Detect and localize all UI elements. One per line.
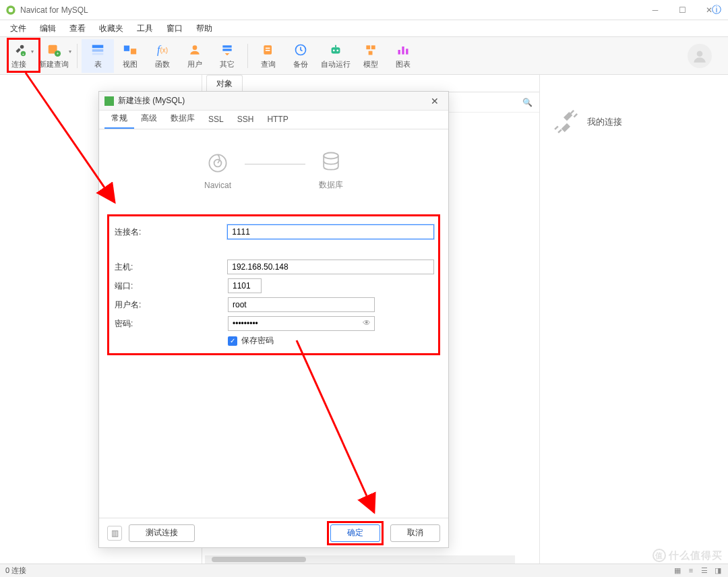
diagram-navicat-label: Navicat [204, 181, 231, 190]
view-list-icon[interactable]: ≡ [686, 566, 696, 575]
minimize-button[interactable]: ─ [642, 1, 669, 20]
status-connection-count: 0 连接 [5, 566, 26, 576]
input-connection-name[interactable] [227, 224, 434, 239]
user-label: 用户 [187, 59, 202, 69]
input-port[interactable] [228, 278, 262, 293]
dialog-title: 新建连接 (MySQL) [118, 95, 427, 107]
scrollbar-thumb[interactable] [212, 557, 306, 562]
watermark: 值 什么值得买 [653, 549, 723, 562]
row-connection-name: 连接名: [113, 224, 434, 239]
other-button[interactable]: 其它 [211, 39, 243, 73]
view-grid-icon[interactable]: ▦ [673, 566, 682, 575]
chart-button[interactable]: 图表 [387, 39, 419, 73]
svg-rect-9 [92, 49, 104, 52]
view-label: 视图 [123, 59, 138, 69]
tab-ssl[interactable]: SSL [202, 111, 231, 129]
eye-icon[interactable]: 👁 [363, 318, 371, 328]
right-panel: ⓘ 我的连接 [539, 75, 728, 564]
input-host[interactable] [227, 260, 434, 274]
view-panel-icon[interactable]: ◨ [713, 566, 723, 575]
menu-file[interactable]: 文件 [3, 21, 33, 36]
menu-edit[interactable]: 编辑 [33, 21, 63, 36]
svg-point-37 [324, 153, 338, 159]
user-avatar[interactable] [688, 44, 712, 68]
svg-point-2 [20, 45, 24, 49]
checkbox-save-password[interactable]: ✓ [228, 336, 237, 346]
ok-button[interactable]: 确定 [330, 524, 380, 542]
tab-advanced[interactable]: 高级 [134, 109, 164, 129]
status-view-buttons: ▦ ≡ ☰ ◨ [673, 566, 723, 575]
function-label: 函数 [155, 59, 170, 69]
svg-point-22 [336, 50, 338, 52]
model-label: 模型 [363, 59, 378, 69]
user-button[interactable]: 用户 [179, 39, 211, 73]
svg-point-1 [9, 7, 13, 12]
svg-rect-10 [92, 53, 104, 55]
svg-rect-17 [266, 48, 270, 49]
svg-rect-31 [570, 110, 574, 114]
chevron-down-icon: ▾ [31, 49, 34, 55]
test-connection-button[interactable]: 测试连接 [129, 524, 195, 542]
view-button[interactable]: 视图 [114, 39, 146, 73]
view-detail-icon[interactable]: ☰ [700, 566, 709, 575]
form-area: 连接名: 主机: 端口: 用户名: 密码: [106, 208, 442, 362]
dialog-body: Navicat 数据库 连接名: 主机: 端口: [99, 129, 448, 518]
input-password[interactable] [228, 316, 375, 331]
svg-point-21 [333, 50, 335, 52]
tab-general[interactable]: 常规 [104, 109, 134, 129]
function-button[interactable]: f(x) 函数 [146, 39, 179, 73]
tab-ssh[interactable]: SSH [231, 111, 261, 129]
svg-rect-11 [124, 46, 129, 51]
backup-icon [293, 42, 309, 58]
svg-text:+: + [57, 51, 59, 56]
database-icon [319, 150, 343, 174]
my-connections-label: 我的连接 [587, 116, 622, 128]
user-icon [187, 42, 203, 58]
dialog-close-button[interactable]: ✕ [427, 96, 443, 107]
table-label: 表 [94, 59, 102, 69]
divider [77, 44, 78, 68]
plug-icon: + [11, 42, 27, 58]
menu-tools[interactable]: 工具 [130, 21, 160, 36]
model-icon [363, 42, 379, 58]
svg-rect-26 [369, 51, 373, 55]
dialog-titlebar[interactable]: 新建连接 (MySQL) ✕ [99, 92, 448, 111]
model-button[interactable]: 模型 [355, 39, 387, 73]
menubar: 文件 编辑 查看 收藏夹 工具 窗口 帮助 [0, 20, 728, 37]
menu-help[interactable]: 帮助 [189, 21, 219, 36]
connection-diagram: Navicat 数据库 [106, 150, 442, 191]
svg-rect-12 [131, 49, 136, 54]
query-button[interactable]: 查询 [252, 39, 284, 73]
cancel-button[interactable]: 取消 [390, 524, 440, 542]
tab-http[interactable]: HTTP [260, 111, 295, 129]
menu-window[interactable]: 窗口 [160, 21, 189, 36]
query-icon [260, 42, 276, 58]
new-query-button[interactable]: + 新建查询 ▾ [35, 39, 73, 73]
label-connection-name: 连接名: [113, 226, 227, 238]
svg-rect-14 [222, 45, 231, 47]
label-password: 密码: [113, 318, 228, 330]
titlebar: Navicat for MySQL ─ ☐ ✕ [0, 0, 728, 20]
menu-view[interactable]: 查看 [63, 21, 92, 36]
svg-rect-24 [366, 45, 370, 49]
layout-toggle-button[interactable]: ▥ [107, 526, 122, 541]
backup-button[interactable]: 备份 [284, 39, 317, 73]
search-icon[interactable]: 🔍 [522, 98, 533, 107]
tab-database[interactable]: 数据库 [164, 109, 202, 129]
label-username: 用户名: [113, 299, 228, 311]
auto-button[interactable]: 自动运行 [317, 39, 355, 73]
menu-fav[interactable]: 收藏夹 [92, 21, 130, 36]
toolbar: + 连接 ▾ + 新建查询 ▾ 表 视图 f(x) 函数 用户 其它 查询 备份… [0, 37, 728, 75]
maximize-button[interactable]: ☐ [669, 1, 696, 20]
watermark-icon: 值 [653, 549, 666, 562]
info-icon[interactable]: ⓘ [712, 4, 721, 16]
app-logo-icon [5, 5, 16, 16]
connect-button[interactable]: + 连接 ▾ [3, 39, 35, 73]
svg-rect-8 [92, 45, 104, 49]
annotation-highlight-ok: 确定 [327, 521, 384, 545]
tab-objects[interactable]: 对象 [206, 75, 243, 92]
horizontal-scrollbar[interactable] [205, 555, 515, 564]
input-username[interactable] [228, 297, 375, 312]
table-button[interactable]: 表 [82, 39, 114, 73]
my-connections: 我的连接 [547, 109, 721, 135]
